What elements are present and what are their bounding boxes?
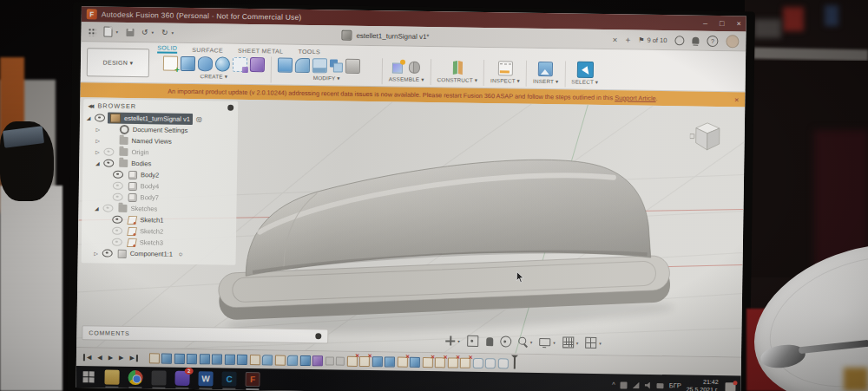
timeline-step-forward-button[interactable]: ▶ [117,354,126,361]
orbit-icon[interactable] [500,336,511,347]
timeline-feature-sketch[interactable] [250,355,260,365]
pan-orbit-caret[interactable]: ▾ [457,338,460,343]
taskbar-cura-icon[interactable]: C [221,372,236,387]
taskbar-fusion-icon[interactable]: F [245,372,260,387]
timeline-feature-sketch-warning[interactable] [435,357,445,368]
new-component-icon[interactable] [392,60,405,73]
timeline-feature-extrude[interactable] [161,353,172,363]
measure-icon[interactable] [498,61,513,75]
redo-caret[interactable]: ▾ [172,30,174,36]
fillet-icon[interactable] [295,58,310,73]
timeline-feature-extrude[interactable] [237,354,247,364]
shell-icon[interactable] [312,58,327,73]
expander-icon[interactable]: ▷ [95,137,102,143]
expander-icon[interactable]: ▷ [95,126,102,132]
timeline-feature-extrude[interactable] [410,356,420,367]
ribbon-group-label[interactable]: MODIFY ▾ [313,75,340,81]
timeline-feature-outline[interactable] [473,357,483,368]
visibility-eye-icon[interactable] [103,160,114,167]
visibility-eye-icon[interactable] [113,182,123,190]
ribbon-group-label[interactable]: INSPECT ▾ [490,77,520,84]
form-icon[interactable] [250,57,265,72]
timeline-feature-extrude[interactable] [225,354,235,364]
visibility-eye-icon[interactable] [102,205,113,212]
joint-icon[interactable] [408,61,421,74]
tree-item-body[interactable]: Origin [116,147,151,158]
tray-expand-icon[interactable]: ^ [612,381,615,388]
model-turn-signal-housing[interactable] [207,140,695,351]
pan-icon[interactable] [486,337,493,346]
keyboard-icon[interactable] [657,383,664,388]
expander-icon[interactable]: ▷ [94,148,101,154]
timeline-feature-sketch-warning[interactable] [398,356,408,367]
ribbon-group-label[interactable]: ASSEMBLE ▾ [389,75,424,82]
cylinder-icon[interactable] [198,56,213,71]
pan-orbit-icon[interactable] [445,336,455,345]
plane-icon[interactable] [450,61,464,74]
sphere-icon[interactable] [215,56,230,71]
timeline-feature-sketch[interactable] [149,353,160,363]
ribbon-group-label[interactable]: CREATE ▾ [200,73,227,79]
display-settings-caret[interactable]: ▾ [553,340,556,345]
tree-item-body[interactable]: Sketches [115,204,160,214]
redo-icon[interactable]: ↻ [161,29,168,36]
expander-icon[interactable]: ◢ [93,205,100,211]
viewports-caret[interactable]: ▾ [599,341,602,346]
tree-item[interactable]: ▷Component1:1○ [82,247,236,261]
move-icon[interactable] [363,60,376,73]
visibility-eye-icon[interactable] [95,114,105,121]
notification-center-icon[interactable] [725,382,735,391]
display-settings-icon[interactable] [539,338,550,346]
taskbar-darkapp-icon[interactable] [151,370,166,385]
look-at-icon[interactable] [467,336,478,347]
help-icon[interactable]: ? [707,35,718,46]
undo-icon[interactable]: ↺ [141,29,148,36]
app-grid-icon[interactable] [88,28,95,36]
file-icon[interactable] [103,27,112,37]
grid-snap-icon[interactable] [562,336,574,348]
file-menu-caret[interactable]: ▾ [115,29,118,35]
workspace-selector[interactable]: DESIGN ▾ [87,48,149,77]
timeline-feature-extrude[interactable] [187,353,197,363]
maximize-button[interactable]: □ [720,19,725,28]
ribbon-group-label[interactable]: INSERT ▾ [533,78,558,84]
close-tab-icon[interactable]: × [613,35,618,44]
visibility-eye-icon[interactable] [103,148,114,156]
tree-item-body[interactable]: Body2 [126,169,161,180]
timeline-feature-sketch-warning[interactable] [423,357,433,368]
tree-item-body[interactable]: Body4 [126,180,161,192]
insert-image-icon[interactable] [538,62,553,76]
clock[interactable]: 21:42 25.5.2021 г. [687,379,719,391]
timeline-feature-fillet[interactable] [287,355,298,365]
job-status-icon[interactable] [674,36,684,45]
timeline-feature-sketch-warning[interactable] [359,355,370,366]
tree-item-body[interactable]: Sketch2 [125,225,166,237]
new-tab-icon[interactable]: + [625,35,630,44]
box-icon[interactable] [181,56,195,71]
viewport-canvas[interactable]: ◀◀ BROWSER ◢estellet1_turnSignal v1◎▷Doc… [76,97,745,356]
visibility-eye-icon[interactable] [112,216,122,224]
tree-item-body[interactable]: Sketch3 [125,237,166,248]
visibility-eye-icon[interactable] [112,227,122,235]
sketch-create-icon[interactable] [163,56,178,71]
timeline-step-back-button[interactable]: ◀ [95,354,104,361]
minimize-button[interactable]: – [703,19,707,28]
timeline-feature-extrude[interactable] [212,354,222,364]
timeline-feature-extrude[interactable] [372,356,383,367]
speaker-icon[interactable] [645,381,652,388]
visibility-eye-icon[interactable] [113,193,123,201]
avatar[interactable] [726,35,739,48]
combine-icon[interactable] [330,59,343,72]
network-icon[interactable] [633,381,640,388]
timeline-go-to-start-button[interactable]: ◀ [83,354,94,361]
undo-caret[interactable]: ▾ [152,29,155,35]
notifications-bell-icon[interactable] [692,37,699,44]
tray-app-icon[interactable] [621,381,628,388]
ribbon-tab-surface[interactable]: SURFACE [192,47,223,54]
expander-icon[interactable]: ▷ [93,250,100,256]
timeline-feature-sketch-warning[interactable] [448,357,458,368]
close-button[interactable]: × [736,19,740,28]
timeline-position-marker[interactable] [514,358,516,369]
pattern-icon[interactable] [233,57,247,72]
timeline-feature-grey[interactable] [326,356,334,365]
